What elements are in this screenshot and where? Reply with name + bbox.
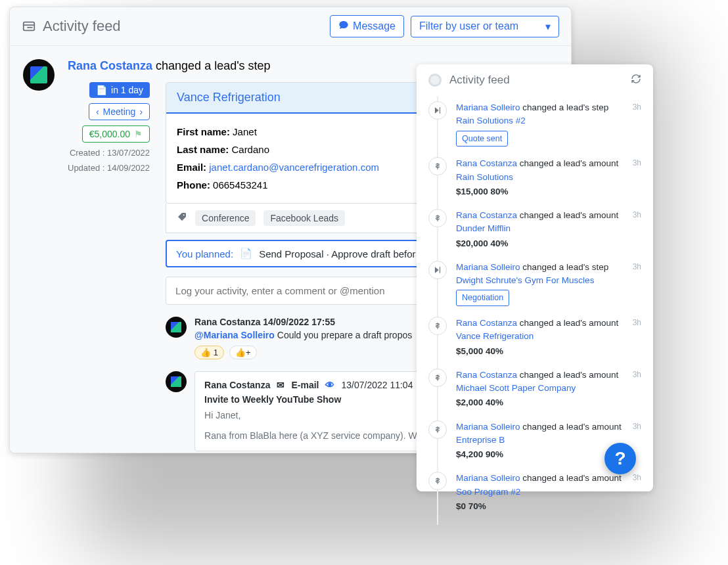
feed-lead[interactable]: Dunder Mifflin bbox=[456, 222, 624, 235]
feed-amount: $4,200 90% bbox=[456, 448, 624, 461]
feed-action: changed a lead's amount bbox=[520, 210, 618, 220]
feed-user[interactable]: Rana Costanza bbox=[456, 370, 517, 380]
email-date: 13/07/2022 11:04 bbox=[341, 380, 413, 390]
filter-dropdown[interactable]: Filter by user or team ▾ bbox=[411, 16, 559, 37]
file-icon: 📄 bbox=[96, 85, 107, 95]
chevron-left-icon: ‹ bbox=[96, 106, 99, 117]
feed-action: changed a lead's amount bbox=[520, 158, 618, 168]
feed-lead[interactable]: Dwight Schrute's Gym For Muscles bbox=[456, 274, 624, 287]
feed-action: changed a lead's step bbox=[522, 102, 608, 112]
author-avatar[interactable] bbox=[23, 59, 55, 91]
comment-avatar[interactable] bbox=[166, 317, 187, 338]
feed-lead[interactable]: Soo Program #2 bbox=[456, 486, 624, 499]
feed-item[interactable]: Rana Costanza changed a lead's amountMic… bbox=[428, 363, 641, 415]
feed-item[interactable]: Mariana Solleiro changed a lead's stepRa… bbox=[428, 96, 641, 152]
dollar-icon bbox=[428, 157, 447, 175]
reaction-thumbs-up[interactable]: 👍 1 bbox=[194, 346, 224, 359]
feed-time: 3h bbox=[633, 420, 641, 431]
eye-icon: 👁 bbox=[325, 380, 334, 390]
feed-action: changed a lead's amount bbox=[522, 473, 621, 483]
chevron-down-icon: ▾ bbox=[545, 20, 551, 33]
chevron-right-icon: › bbox=[139, 106, 143, 117]
planned-items: Send Proposal · Approve draft befor bbox=[259, 248, 415, 260]
feed-time: 3h bbox=[633, 369, 641, 379]
help-button[interactable]: ? bbox=[604, 443, 636, 474]
svg-rect-0 bbox=[24, 22, 35, 31]
dollar-icon bbox=[428, 369, 447, 387]
headline-action: changed a lead's step bbox=[156, 59, 271, 72]
side-title: Activity feed bbox=[449, 74, 510, 87]
feed-user[interactable]: Rana Costanza bbox=[456, 318, 517, 328]
feed-step-badge: Negotiation bbox=[456, 290, 509, 306]
headline-user[interactable]: Rana Costanza bbox=[68, 59, 152, 72]
feed-user[interactable]: Rana Costanza bbox=[456, 158, 517, 168]
tag[interactable]: Facebook Leads bbox=[263, 210, 345, 226]
feed-lead[interactable]: Rain Solutions #2 bbox=[456, 114, 624, 127]
feed-icon bbox=[22, 19, 36, 34]
message-button[interactable]: Message bbox=[330, 15, 404, 37]
comment-avatar[interactable] bbox=[166, 371, 187, 392]
amount-text: €5,000.00 bbox=[89, 129, 130, 139]
svg-point-3 bbox=[183, 214, 185, 215]
feed-lead[interactable]: Rain Solutions bbox=[456, 171, 624, 184]
feed-action: changed a lead's amount bbox=[522, 422, 621, 432]
activity-feed-sidebar: Activity feed Mariana Solleiro changed a… bbox=[417, 64, 653, 491]
amount-chip[interactable]: €5,000.00 ⚑ bbox=[82, 125, 150, 143]
feed-item[interactable]: Rana Costanza changed a lead's amountRai… bbox=[428, 152, 641, 204]
feed-time: 3h bbox=[633, 209, 641, 219]
updated-meta: Updated : 14/09/2022 bbox=[68, 163, 150, 173]
due-text: in 1 day bbox=[111, 85, 143, 95]
due-chip[interactable]: 📄 in 1 day bbox=[89, 82, 150, 98]
feed-user[interactable]: Mariana Solleiro bbox=[456, 422, 520, 432]
page-title: Activity feed bbox=[43, 18, 121, 35]
refresh-icon[interactable] bbox=[631, 74, 641, 87]
meeting-chip[interactable]: ‹ Meeting › bbox=[89, 103, 150, 120]
chat-icon bbox=[338, 20, 349, 33]
feed-user[interactable]: Mariana Solleiro bbox=[456, 473, 520, 483]
feed-user[interactable]: Mariana Solleiro bbox=[456, 262, 520, 272]
feed-lead[interactable]: Vance Refrigeration bbox=[456, 330, 624, 343]
feed-time: 3h bbox=[633, 317, 641, 327]
tag[interactable]: Conference bbox=[195, 210, 256, 226]
feed-action: changed a lead's step bbox=[522, 262, 608, 272]
message-button-label: Message bbox=[353, 20, 396, 32]
feed-amount: $20,000 40% bbox=[456, 237, 624, 250]
feed-action: changed a lead's amount bbox=[520, 370, 618, 380]
comment-text: @Mariana Solleiro Could you prepare a dr… bbox=[194, 330, 412, 340]
dollar-icon bbox=[428, 209, 447, 227]
email-author: Rana Costanza bbox=[204, 380, 270, 390]
created-meta: Created : 13/07/2022 bbox=[70, 148, 150, 158]
feed-lead[interactable]: Michael Scott Paper Company bbox=[456, 382, 624, 395]
feed-item[interactable]: Rana Costanza changed a lead's amountVan… bbox=[428, 311, 641, 363]
main-header: Activity feed Message Filter by user or … bbox=[10, 7, 571, 46]
add-reaction-button[interactable]: 👍+ bbox=[229, 346, 257, 359]
comment-header: Rana Costanza 14/09/2022 17:55 bbox=[194, 317, 412, 327]
dollar-icon bbox=[428, 420, 447, 439]
step-icon bbox=[428, 101, 447, 120]
email-channel: E-mail bbox=[291, 380, 319, 390]
feed-item[interactable]: Mariana Solleiro changed a lead's amount… bbox=[428, 466, 641, 518]
feed-time: 3h bbox=[633, 101, 641, 112]
mention[interactable]: @Mariana Solleiro bbox=[194, 330, 275, 340]
doc-icon: 📄 bbox=[240, 248, 252, 260]
feed-action: changed a lead's amount bbox=[520, 318, 618, 328]
feed-time: 3h bbox=[633, 472, 641, 482]
feed-user[interactable]: Rana Costanza bbox=[456, 210, 517, 220]
planned-label: You planned: bbox=[176, 248, 233, 260]
feed-item[interactable]: Mariana Solleiro changed a lead's stepDw… bbox=[428, 256, 641, 311]
feed-amount: $15,000 80% bbox=[456, 185, 624, 198]
dollar-icon bbox=[428, 472, 447, 490]
feed-item[interactable]: Rana Costanza changed a lead's amountDun… bbox=[428, 204, 641, 256]
flag-icon: ⚑ bbox=[134, 129, 143, 139]
feed-time: 3h bbox=[633, 261, 641, 271]
lead-meta: 📄 in 1 day ‹ Meeting › €5,000.00 ⚑ Creat… bbox=[68, 82, 150, 451]
tag-icon bbox=[177, 212, 187, 225]
step-icon bbox=[428, 261, 447, 279]
feed-user[interactable]: Mariana Solleiro bbox=[456, 102, 520, 112]
feed-status-icon bbox=[428, 74, 442, 87]
feed-lead[interactable]: Entreprise B bbox=[456, 434, 624, 447]
filter-label: Filter by user or team bbox=[419, 20, 518, 32]
envelope-icon: ✉ bbox=[277, 380, 284, 390]
feed-amount: $2,000 40% bbox=[456, 396, 624, 409]
feed-time: 3h bbox=[633, 157, 641, 168]
